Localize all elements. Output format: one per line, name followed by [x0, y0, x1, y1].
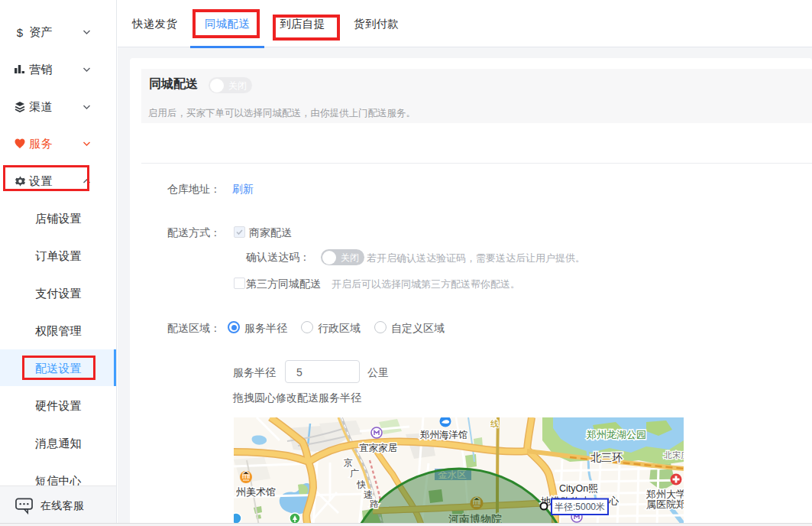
svg-text:路: 路: [370, 498, 379, 509]
svg-text:北三环: 北三环: [590, 451, 623, 463]
svg-text:京: 京: [344, 457, 353, 468]
svg-text:广: 广: [350, 468, 359, 479]
svg-text:属医院郑: 属医院郑: [646, 498, 684, 510]
svg-text:快: 快: [356, 479, 366, 490]
svg-text:北宋庄: 北宋庄: [663, 450, 684, 459]
svg-text:郑州海洋馆: 郑州海洋馆: [419, 430, 468, 440]
svg-text:宜家家居: 宜家家居: [359, 443, 398, 453]
svg-text:郑州龙湖公园: 郑州龙湖公园: [586, 429, 646, 440]
svg-text:半径:5000米: 半径:5000米: [555, 502, 605, 512]
svg-text:线: 线: [490, 419, 499, 428]
svg-text:心: 心: [608, 495, 620, 507]
svg-text:$: $: [17, 26, 24, 38]
svg-text:CityOn熙: CityOn熙: [559, 483, 598, 494]
svg-text:州美术馆: 州美术馆: [236, 486, 276, 498]
